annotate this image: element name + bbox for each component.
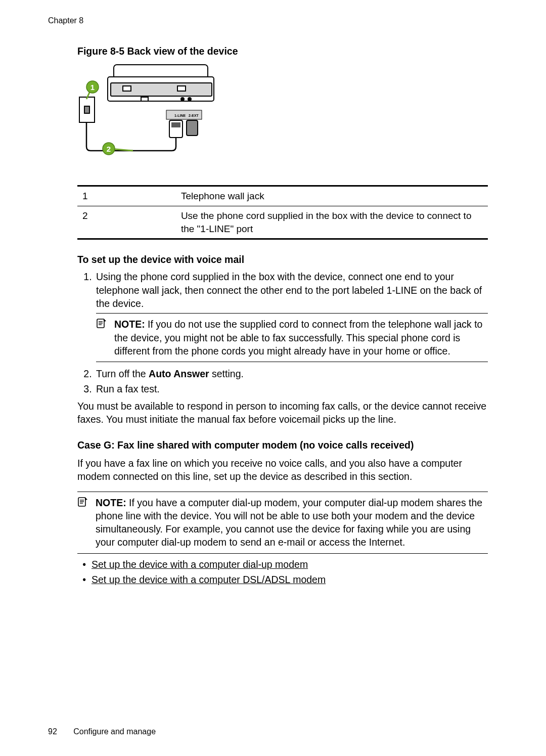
list-item: Run a fax test. <box>95 382 488 395</box>
svg-text:2-EXT: 2-EXT <box>189 114 199 117</box>
note-label: NOTE: <box>114 319 145 330</box>
case-g-links-list: Set up the device with a computer dial-u… <box>77 558 488 587</box>
svg-rect-13 <box>187 120 198 136</box>
svg-point-7 <box>188 98 191 101</box>
list-item: Turn off the Auto Answer setting. <box>95 367 488 380</box>
setup-steps-list: Using the phone cord supplied in the box… <box>77 270 488 395</box>
page-footer: 92 Configure and manage <box>48 726 156 737</box>
list-item: Set up the device with a computer dial-u… <box>92 558 488 571</box>
step-text: Run a fax test. <box>96 383 160 394</box>
svg-point-6 <box>181 98 184 101</box>
link-dialup-modem[interactable]: Set up the device with a computer dial-u… <box>92 559 308 570</box>
body-paragraph: You must be available to respond in pers… <box>77 399 488 426</box>
legend-num: 2 <box>77 206 176 239</box>
footer-section-name: Configure and manage <box>73 727 156 736</box>
case-g-intro: If you have a fax line on which you rece… <box>77 457 488 483</box>
svg-text:1-LINE: 1-LINE <box>174 114 186 117</box>
figure-caption: Figure 8-5 Back view of the device <box>77 45 488 58</box>
legend-desc: Telephone wall jack <box>176 186 488 206</box>
svg-rect-5 <box>141 97 148 101</box>
svg-rect-4 <box>177 86 186 91</box>
svg-rect-3 <box>123 86 131 91</box>
legend-desc: Use the phone cord supplied in the box w… <box>176 206 488 239</box>
note-content: NOTE: If you have a computer dial-up mod… <box>77 496 488 549</box>
note-body: If you do not use the supplied cord to c… <box>114 319 482 357</box>
note-icon <box>96 318 107 329</box>
note-box: NOTE: If you have a computer dial-up mod… <box>77 492 488 554</box>
svg-text:1: 1 <box>90 83 95 92</box>
note-icon <box>77 496 88 507</box>
step-bold: Auto Answer <box>149 368 209 379</box>
setup-heading: To set up the device with voice mail <box>77 253 488 266</box>
svg-rect-15 <box>84 106 89 113</box>
step-text: Using the phone cord supplied in the box… <box>96 271 482 309</box>
page: Chapter 8 Figure 8-5 Back view of the de… <box>0 0 546 756</box>
case-g-heading: Case G: Fax line shared with computer mo… <box>77 438 488 452</box>
step-text: setting. <box>209 368 244 379</box>
table-row: 2 Use the phone cord supplied in the box… <box>77 206 488 239</box>
page-number: 92 <box>48 726 57 737</box>
note-box: NOTE: If you do not use the supplied cor… <box>96 313 488 362</box>
list-item: Set up the device with a computer DSL/AD… <box>92 573 488 586</box>
table-row: 1 Telephone wall jack <box>77 186 488 206</box>
figure-block: Figure 8-5 Back view of the device <box>77 45 488 395</box>
list-item: Using the phone cord supplied in the box… <box>95 270 488 362</box>
svg-text:2: 2 <box>107 145 111 153</box>
note-content: NOTE: If you do not use the supplied cor… <box>96 318 488 358</box>
body-paragraph-block: You must be available to respond in pers… <box>77 399 488 586</box>
chapter-header: Chapter 8 <box>48 15 498 26</box>
figure-image: 1-LINE 2-EXT 1 <box>77 62 488 166</box>
note-label: NOTE: <box>96 497 126 508</box>
step-text: Turn off the <box>96 368 149 379</box>
link-dsl-modem[interactable]: Set up the device with a computer DSL/AD… <box>92 574 326 585</box>
figure-legend-table: 1 Telephone wall jack 2 Use the phone co… <box>77 185 488 240</box>
note-body: If you have a computer dial-up modem, yo… <box>96 497 482 548</box>
svg-rect-12 <box>171 122 180 127</box>
legend-num: 1 <box>77 186 176 206</box>
